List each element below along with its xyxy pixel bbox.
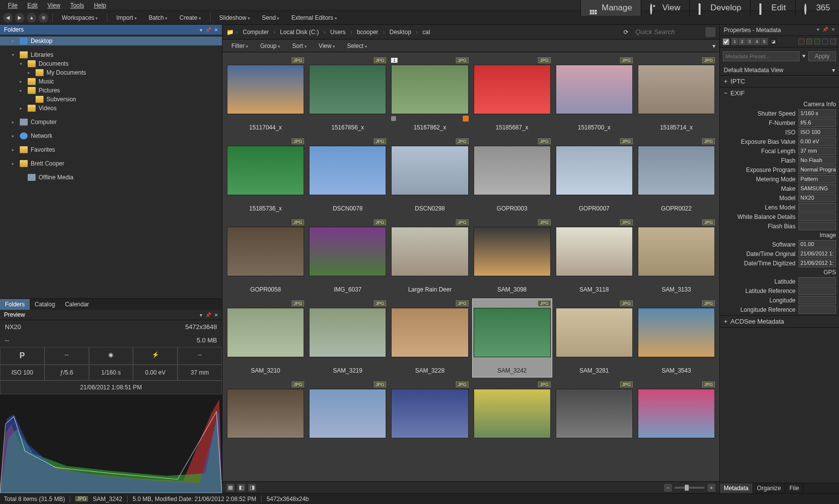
quick-search-input[interactable] [632, 27, 702, 37]
folder-tree[interactable]: ▸Desktop ▾Libraries ▾Documents ▸My Docum… [0, 35, 222, 298]
panel-close-icon[interactable]: ✕ [831, 27, 835, 34]
thumbnail-item[interactable]: JPGSAM_3228 [390, 298, 470, 378]
menu-file[interactable]: File [3, 1, 22, 10]
thumbnail-item[interactable]: JPG15185714_x [636, 55, 716, 134]
left-tab-catalog[interactable]: Catalog [30, 299, 60, 310]
color-label-red[interactable] [798, 39, 804, 44]
metadata-value[interactable]: No Flash [798, 156, 836, 165]
metadata-value[interactable]: 21/06/2012 1: [798, 250, 836, 258]
tree-music[interactable]: ▸Music [0, 77, 222, 86]
metadata-value[interactable]: 21/06/2012 1: [798, 259, 836, 267]
zoom-out-button[interactable]: − [664, 484, 672, 492]
batch-dropdown[interactable]: Batch [144, 13, 173, 22]
thumbnail-item[interactable]: JPG [472, 379, 552, 458]
metadata-value[interactable] [798, 287, 836, 295]
mode-edit[interactable]: Edit [750, 0, 795, 16]
thumbnail-item[interactable]: JPG15185687_x [472, 55, 552, 134]
metadata-value[interactable] [798, 212, 836, 221]
thumbnail-item[interactable]: JPGSAM_3281 [554, 298, 634, 378]
color-label-green[interactable] [814, 39, 820, 44]
menu-tools[interactable]: Tools [65, 1, 89, 10]
panel-menu-icon[interactable]: ▾ [817, 27, 819, 34]
metadata-value[interactable]: NX20 [798, 194, 836, 202]
select-dropdown[interactable]: Select [342, 42, 372, 50]
metadata-value[interactable]: SAMSUNG [798, 184, 836, 193]
tree-network[interactable]: ▸Network [0, 131, 222, 140]
thumbnail-item[interactable]: JPG15167856_x [308, 55, 388, 134]
create-dropdown[interactable]: Create [175, 13, 206, 22]
thumbnail-item[interactable]: JPGGOPR0022 [636, 136, 716, 215]
thumbnail-item[interactable]: JPGGOPR0007 [554, 136, 634, 215]
thumbnail-item[interactable]: JPG [390, 379, 470, 458]
metadata-value[interactable]: Normal Program [798, 166, 836, 174]
color-label-yellow[interactable] [806, 39, 812, 44]
menu-edit[interactable]: Edit [22, 1, 43, 10]
color-label-blue[interactable] [822, 39, 828, 44]
view-dropdown[interactable]: View [314, 42, 340, 50]
thumbnail-item[interactable]: JPGDSCN0298 [390, 136, 470, 215]
thumbnail-item[interactable]: JPG [636, 379, 716, 458]
workspaces-dropdown[interactable]: Workspaces [57, 13, 103, 22]
menu-view[interactable]: View [43, 1, 65, 10]
thumbnail-item[interactable]: JPGDSCN0078 [308, 136, 388, 215]
nav-target-button[interactable]: ⊕ [39, 13, 48, 23]
metadata-value[interactable] [798, 296, 836, 304]
rating-buttons[interactable]: 12345 [731, 38, 768, 45]
tree-favorites[interactable]: ▸Favorites [0, 145, 222, 154]
tree-libraries[interactable]: ▾Libraries [0, 50, 222, 59]
zoom-in-button[interactable]: + [707, 484, 715, 492]
breadcrumb-item[interactable]: Computer [240, 28, 272, 37]
layout-btn-1[interactable]: ▦ [226, 484, 234, 492]
apply-button[interactable]: Apply [808, 51, 836, 61]
layout-btn-2[interactable]: ◧ [237, 484, 245, 492]
thumbnail-item[interactable]: JPG [554, 379, 634, 458]
metadata-value[interactable]: 37 mm [798, 147, 836, 155]
nav-back-button[interactable]: ◀ [3, 13, 13, 23]
thumbnail-item[interactable]: JPGSAM_3219 [308, 298, 388, 378]
left-tab-folders[interactable]: Folders [0, 299, 30, 310]
filter-menu-icon[interactable]: ▾ [712, 42, 715, 49]
tree-offline[interactable]: Offline Media [0, 173, 222, 182]
slideshow-dropdown[interactable]: Slideshow [215, 13, 255, 22]
tree-my-documents[interactable]: ▸My Documents [0, 68, 222, 77]
mode-view[interactable]: View [641, 0, 689, 16]
panel-close-icon[interactable]: ✕ [214, 27, 218, 33]
thumbnail-item[interactable]: JPGSAM_3210 [225, 298, 306, 378]
right-tab-metadata[interactable]: Metadata [720, 483, 753, 493]
filter-dropdown[interactable]: Filter [226, 42, 253, 50]
metadata-value[interactable]: 0.00 eV [798, 137, 836, 146]
thumbnail-item[interactable]: JPG15185700_x [554, 55, 634, 134]
panel-menu-icon[interactable]: ▾ [200, 27, 202, 33]
metadata-value[interactable]: f/5.6 [798, 119, 836, 127]
color-label-purple[interactable] [830, 39, 836, 44]
tag-checkbox[interactable] [723, 39, 729, 45]
thumbnail-item[interactable]: JPGGOPR0058 [225, 217, 306, 296]
tree-computer[interactable]: ▸Computer [0, 118, 222, 126]
nav-up-button[interactable]: ▲ [27, 13, 37, 23]
metadata-value[interactable]: ISO 100 [798, 128, 836, 136]
mode-365[interactable]: 365 [795, 0, 839, 16]
clear-rating[interactable]: ◪ [770, 38, 777, 45]
panel-pin-icon[interactable]: 📌 [205, 312, 211, 318]
panel-close-icon[interactable]: ✕ [214, 312, 218, 318]
import-dropdown[interactable]: Import [111, 13, 142, 22]
metadata-value[interactable] [798, 203, 836, 211]
tree-user[interactable]: ▸Brett Cooper [0, 159, 222, 168]
mode-develop[interactable]: Develop [689, 0, 750, 16]
breadcrumb-item[interactable]: cal [419, 28, 433, 37]
thumbnail-item[interactable]: JPG [225, 379, 306, 458]
sort-dropdown[interactable]: Sort [287, 42, 312, 50]
metadata-value[interactable] [798, 305, 836, 314]
metadata-value[interactable] [798, 222, 836, 230]
tree-videos[interactable]: ▸Videos [0, 104, 222, 113]
tree-subversion[interactable]: Subversion [0, 95, 222, 104]
nav-fwd-button[interactable]: ▶ [15, 13, 25, 23]
panel-pin-icon[interactable]: 📌 [205, 27, 211, 33]
metadata-preset-input[interactable] [723, 51, 799, 61]
zoom-slider[interactable] [675, 487, 705, 489]
breadcrumb-item[interactable]: Users [327, 28, 349, 37]
thumbnail-item[interactable]: JPGLarge Rain Deer [390, 217, 470, 296]
metadata-view-dropdown[interactable]: Default Metadata View▾ [720, 65, 839, 76]
thumbnail-item[interactable]: JPG15117044_x [225, 55, 306, 134]
breadcrumb-item[interactable]: Local Disk (C:) [277, 28, 322, 37]
